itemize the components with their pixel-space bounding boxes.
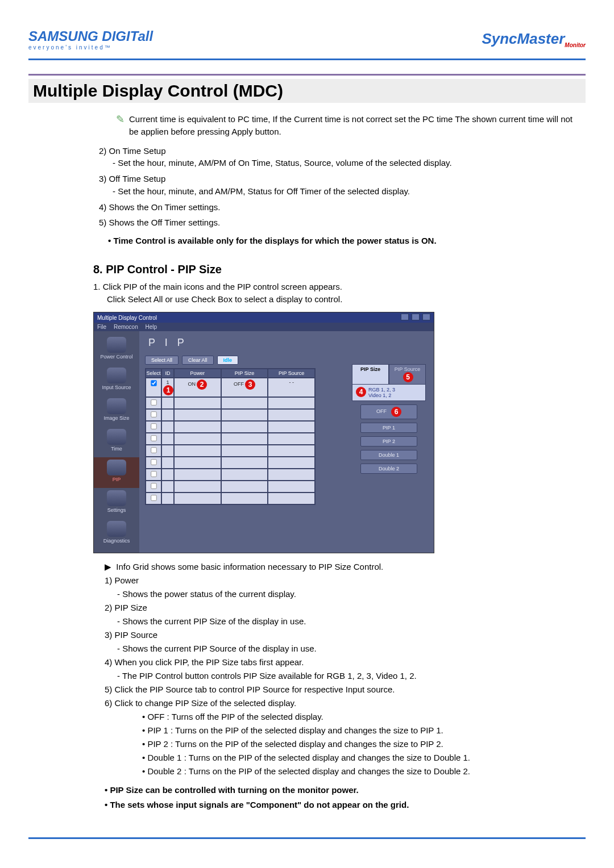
current-time-note-text: Current time is equivalent to PC time, I… bbox=[129, 113, 578, 138]
menu-remocon[interactable]: Remocon bbox=[114, 324, 138, 330]
sidebar-item-power[interactable]: Power Control bbox=[94, 335, 139, 365]
item-subsub: • Double 1 : Turns on the PIP of the sel… bbox=[105, 751, 578, 765]
sidebar-item-pip[interactable]: PIP bbox=[94, 457, 139, 488]
item-subsub: • PIP 1 : Turns on the PIP of the select… bbox=[105, 724, 578, 737]
diagnostics-icon bbox=[107, 521, 126, 537]
end-notes: PIP Size can be controlled with turning … bbox=[105, 784, 578, 811]
table-row[interactable] bbox=[146, 493, 315, 504]
callout-1: 1 bbox=[163, 385, 173, 395]
title-bar: Multiple Display Control (MDC) bbox=[28, 74, 586, 103]
double1-button[interactable]: Double 1 bbox=[360, 450, 417, 460]
table-row[interactable] bbox=[146, 421, 315, 433]
table-row[interactable] bbox=[146, 481, 315, 493]
cursor-icon: ✎ bbox=[116, 113, 125, 126]
input-icon bbox=[107, 368, 126, 383]
clock-icon bbox=[107, 429, 126, 445]
item-label: 2) On Time Setup bbox=[99, 146, 166, 156]
table-row[interactable] bbox=[146, 445, 315, 457]
app-sidebar: Power Control Input Source Image Size Ti… bbox=[94, 331, 139, 553]
item-sub: - Set the hour, minute, and AM/PM, Statu… bbox=[99, 185, 578, 198]
brand-logo: SAMSUNG DIGITall everyone's invited™ bbox=[28, 28, 153, 51]
pip-size-panel: PIP Size PIP Source5 4RGB 1, 2, 3 Video … bbox=[352, 364, 426, 477]
minimize-icon[interactable] bbox=[401, 314, 409, 320]
clear-all-button[interactable]: Clear All bbox=[182, 356, 214, 365]
intro-line: 1. Click PIP of the main icons and the P… bbox=[93, 281, 578, 293]
item-subsub: • OFF : Turns off the PIP of the selecte… bbox=[105, 710, 578, 724]
pip-tabs: PIP Size PIP Source5 bbox=[352, 364, 426, 385]
power-icon bbox=[107, 337, 126, 353]
sidebar-item-time[interactable]: Time bbox=[94, 427, 139, 457]
mdc-app-window: Multiple Display Control File Remocon He… bbox=[93, 312, 434, 553]
brand-name: SAMSUNG DIGITall bbox=[28, 28, 153, 44]
grid-toolbar: Select All Clear All Idle bbox=[145, 356, 428, 365]
pip-off-button[interactable]: OFF6 bbox=[360, 404, 417, 419]
list-item: 5) Click the PIP Source tab to control P… bbox=[105, 683, 578, 696]
callout-5: 5 bbox=[403, 372, 413, 382]
table-row[interactable] bbox=[146, 469, 315, 481]
sidebar-item-settings[interactable]: Settings bbox=[94, 488, 139, 519]
product-name: SyncMaster bbox=[482, 30, 565, 47]
col-power: Power bbox=[174, 369, 221, 378]
grid-header: Select ID Power PIP Size PIP Source bbox=[146, 369, 315, 378]
page-header: SAMSUNG DIGITall everyone's invited™ Syn… bbox=[28, 28, 586, 60]
product-sub: Monitor bbox=[565, 43, 586, 49]
callout-2: 2 bbox=[197, 379, 207, 390]
col-pipsource: PIP Source bbox=[268, 369, 315, 378]
list-item: 2) On Time Setup - Set the hour, minute,… bbox=[99, 145, 578, 170]
bold-note: Time Control is available only for the d… bbox=[108, 235, 578, 247]
list-item: 3) PIP Source bbox=[105, 628, 578, 642]
col-pipsize: PIP Size bbox=[221, 369, 268, 378]
maximize-icon[interactable] bbox=[412, 314, 420, 320]
info-grid: Select ID Power PIP Size PIP Source 11 O… bbox=[145, 368, 316, 505]
time-notes: Time Control is available only for the d… bbox=[108, 235, 578, 247]
menu-help[interactable]: Help bbox=[146, 324, 157, 330]
current-time-note: ✎ Current time is equivalent to PC time,… bbox=[116, 113, 578, 138]
tab-pip-source[interactable]: PIP Source5 bbox=[389, 364, 426, 385]
table-row[interactable] bbox=[146, 397, 315, 409]
sidebar-item-diagnostics[interactable]: Diagnostics bbox=[94, 519, 139, 549]
row-power: ON2 bbox=[174, 378, 221, 397]
table-row[interactable] bbox=[146, 457, 315, 469]
row-checkbox[interactable] bbox=[146, 378, 161, 397]
menu-bar: File Remocon Help bbox=[94, 323, 434, 331]
bold-note: The sets whose input signals are "Compon… bbox=[105, 799, 578, 811]
close-icon[interactable] bbox=[422, 314, 430, 320]
image-icon bbox=[107, 398, 126, 414]
item-sub: - Set the hour, minute, AM/PM of On Time… bbox=[99, 157, 578, 169]
sidebar-item-input[interactable]: Input Source bbox=[94, 365, 139, 396]
table-row[interactable] bbox=[146, 409, 315, 421]
list-item: 1) Power bbox=[105, 574, 578, 587]
item-sub: - The PIP Control button controls PIP Si… bbox=[105, 669, 578, 683]
window-titlebar: Multiple Display Control bbox=[94, 312, 434, 323]
window-buttons bbox=[400, 314, 430, 322]
pip2-button[interactable]: PIP 2 bbox=[360, 436, 417, 446]
menu-file[interactable]: File bbox=[97, 324, 106, 330]
row-id: 11 bbox=[161, 378, 174, 397]
info-lead: ▶ Info Grid shows some basic information… bbox=[105, 560, 578, 574]
table-row[interactable] bbox=[146, 433, 315, 445]
item-sub: - Shows the power status of the current … bbox=[105, 587, 578, 601]
gear-icon bbox=[107, 490, 126, 506]
bold-note: PIP Size can be controlled with turning … bbox=[105, 784, 578, 796]
footer-rule bbox=[28, 837, 586, 839]
item-subsub: • Double 2 : Turns on the PIP of the sel… bbox=[105, 765, 578, 778]
sidebar-item-image[interactable]: Image Size bbox=[94, 396, 139, 427]
list-item: 5) Shows the Off Timer settings. bbox=[99, 216, 578, 229]
section-title: 8. PIP Control - PIP Size bbox=[93, 263, 578, 276]
callout-4: 4 bbox=[356, 387, 366, 397]
tab-pip-size[interactable]: PIP Size bbox=[352, 364, 389, 385]
item-subsub: • PIP 2 : Turns on the PIP of the select… bbox=[105, 737, 578, 751]
pip-icon bbox=[107, 460, 126, 475]
list-item: 4) Shows the On Timer settings. bbox=[99, 201, 578, 214]
list-item: 6) Click to change PIP Size of the selec… bbox=[105, 696, 578, 710]
list-item: 4) When you click PIP, the PIP Size tabs… bbox=[105, 656, 578, 669]
pip1-button[interactable]: PIP 1 bbox=[360, 423, 417, 433]
table-row[interactable]: 11 ON2 OFF3 - - bbox=[146, 378, 315, 397]
section-intro: 1. Click PIP of the main icons and the P… bbox=[93, 281, 578, 306]
list-item: 2) PIP Size bbox=[105, 601, 578, 615]
select-all-button[interactable]: Select All bbox=[145, 356, 179, 365]
status-idle: Idle bbox=[217, 356, 239, 365]
callout-3: 3 bbox=[245, 379, 255, 390]
intro-line: Click Select All or use Check Box to sel… bbox=[93, 293, 578, 306]
double2-button[interactable]: Double 2 bbox=[360, 464, 417, 474]
